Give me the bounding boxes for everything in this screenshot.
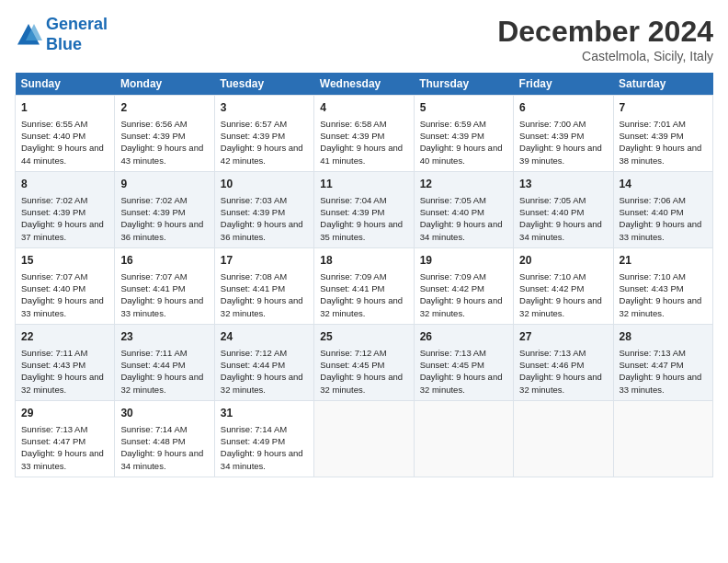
daylight-text: Daylight: 9 hours and 32 minutes. (420, 295, 503, 317)
daylight-text: Daylight: 9 hours and 32 minutes. (221, 372, 303, 394)
sunrise-text: Sunrise: 7:06 AM (620, 195, 686, 205)
day-number: 24 (221, 329, 308, 345)
day-number: 27 (519, 329, 607, 345)
sunset-text: Sunset: 4:42 PM (519, 283, 584, 293)
sunrise-text: Sunrise: 7:11 AM (21, 348, 87, 358)
day-number: 17 (221, 253, 308, 269)
calendar-cell: 29Sunrise: 7:13 AMSunset: 4:47 PMDayligh… (16, 400, 115, 477)
sunset-text: Sunset: 4:39 PM (519, 131, 584, 141)
sunset-text: Sunset: 4:40 PM (519, 207, 584, 217)
daylight-text: Daylight: 9 hours and 44 minutes. (21, 143, 104, 165)
sunset-text: Sunset: 4:39 PM (221, 207, 285, 217)
sunset-text: Sunset: 4:39 PM (120, 207, 185, 217)
sunset-text: Sunset: 4:44 PM (120, 360, 185, 370)
day-number: 19 (420, 253, 507, 269)
daylight-text: Daylight: 9 hours and 32 minutes. (120, 372, 203, 394)
calendar-cell: 18Sunrise: 7:09 AMSunset: 4:41 PMDayligh… (314, 247, 414, 324)
logo: General Blue (15, 15, 108, 54)
daylight-text: Daylight: 9 hours and 39 minutes. (519, 143, 602, 165)
day-number: 22 (21, 329, 108, 345)
day-number: 4 (320, 100, 407, 116)
sunset-text: Sunset: 4:40 PM (420, 207, 484, 217)
daylight-text: Daylight: 9 hours and 34 minutes. (120, 448, 203, 470)
sunrise-text: Sunrise: 6:59 AM (420, 119, 486, 129)
daylight-text: Daylight: 9 hours and 33 minutes. (21, 295, 104, 317)
calendar-cell: 7Sunrise: 7:01 AMSunset: 4:39 PMDaylight… (613, 96, 712, 172)
month-title: December 2024 (497, 15, 713, 49)
sunset-text: Sunset: 4:44 PM (221, 360, 285, 370)
daylight-text: Daylight: 9 hours and 32 minutes. (519, 295, 602, 317)
day-number: 25 (320, 329, 407, 345)
location: Castelmola, Sicily, Italy (497, 49, 713, 63)
calendar-cell: 22Sunrise: 7:11 AMSunset: 4:43 PMDayligh… (16, 324, 115, 400)
day-number: 14 (620, 177, 707, 192)
sunset-text: Sunset: 4:48 PM (120, 436, 185, 446)
day-number: 29 (21, 406, 108, 421)
daylight-text: Daylight: 9 hours and 32 minutes. (420, 372, 503, 394)
sunset-text: Sunset: 4:40 PM (620, 207, 684, 217)
calendar-cell: 5Sunrise: 6:59 AMSunset: 4:39 PMDaylight… (414, 96, 513, 172)
sunrise-text: Sunrise: 7:02 AM (120, 195, 187, 205)
day-number: 15 (21, 253, 108, 269)
daylight-text: Daylight: 9 hours and 37 minutes. (21, 219, 104, 241)
daylight-text: Daylight: 9 hours and 43 minutes. (120, 143, 203, 165)
calendar-cell: 11Sunrise: 7:04 AMSunset: 4:39 PMDayligh… (314, 171, 414, 247)
calendar-cell: 19Sunrise: 7:09 AMSunset: 4:42 PMDayligh… (414, 247, 513, 324)
sunset-text: Sunset: 4:41 PM (120, 283, 185, 293)
sunset-text: Sunset: 4:45 PM (420, 360, 484, 370)
sunset-text: Sunset: 4:42 PM (420, 283, 484, 293)
sunset-text: Sunset: 4:46 PM (519, 360, 584, 370)
calendar-cell: 31Sunrise: 7:14 AMSunset: 4:49 PMDayligh… (214, 400, 313, 477)
logo-line1: General (46, 15, 108, 33)
day-number: 31 (221, 406, 308, 421)
sunrise-text: Sunrise: 7:09 AM (420, 271, 486, 282)
day-number: 23 (120, 329, 208, 345)
calendar-cell: 17Sunrise: 7:08 AMSunset: 4:41 PMDayligh… (214, 247, 313, 324)
logo-line2: Blue (46, 35, 82, 53)
sunrise-text: Sunrise: 7:09 AM (320, 271, 386, 282)
calendar-cell (414, 400, 513, 477)
sunset-text: Sunset: 4:39 PM (21, 207, 85, 217)
daylight-text: Daylight: 9 hours and 32 minutes. (221, 295, 303, 317)
calendar-cell: 24Sunrise: 7:12 AMSunset: 4:44 PMDayligh… (214, 324, 313, 400)
calendar-cell: 3Sunrise: 6:57 AMSunset: 4:39 PMDaylight… (214, 96, 313, 172)
sunrise-text: Sunrise: 6:56 AM (120, 119, 187, 129)
sunrise-text: Sunrise: 7:07 AM (21, 271, 87, 282)
sunrise-text: Sunrise: 7:07 AM (120, 271, 187, 282)
calendar-cell (613, 400, 712, 477)
logo-text: General Blue (46, 15, 108, 54)
daylight-text: Daylight: 9 hours and 36 minutes. (120, 219, 203, 241)
calendar-cell (514, 400, 613, 477)
calendar-cell: 15Sunrise: 7:07 AMSunset: 4:40 PMDayligh… (16, 247, 115, 324)
calendar-cell: 10Sunrise: 7:03 AMSunset: 4:39 PMDayligh… (214, 171, 313, 247)
sunrise-text: Sunrise: 7:13 AM (620, 348, 686, 358)
page: General Blue December 2024 Castelmola, S… (0, 0, 728, 563)
day-number: 2 (120, 100, 208, 116)
weekday-header-sunday: Sunday (16, 73, 115, 96)
calendar-cell: 8Sunrise: 7:02 AMSunset: 4:39 PMDaylight… (16, 171, 115, 247)
daylight-text: Daylight: 9 hours and 32 minutes. (519, 372, 602, 394)
sunrise-text: Sunrise: 7:13 AM (21, 424, 87, 434)
day-number: 12 (420, 177, 507, 192)
calendar-cell: 1Sunrise: 6:55 AMSunset: 4:40 PMDaylight… (16, 96, 115, 172)
day-number: 28 (620, 329, 707, 345)
week-row-3: 15Sunrise: 7:07 AMSunset: 4:40 PMDayligh… (16, 247, 713, 324)
day-number: 3 (221, 100, 308, 116)
sunset-text: Sunset: 4:39 PM (320, 131, 384, 141)
calendar-cell: 12Sunrise: 7:05 AMSunset: 4:40 PMDayligh… (414, 171, 513, 247)
day-number: 26 (420, 329, 507, 345)
daylight-text: Daylight: 9 hours and 32 minutes. (320, 295, 403, 317)
day-number: 11 (320, 177, 407, 192)
sunrise-text: Sunrise: 7:12 AM (320, 348, 386, 358)
weekday-header-tuesday: Tuesday (214, 73, 313, 96)
sunset-text: Sunset: 4:47 PM (21, 436, 85, 446)
day-number: 18 (320, 253, 407, 269)
calendar-cell (314, 400, 414, 477)
day-number: 6 (519, 100, 607, 116)
daylight-text: Daylight: 9 hours and 33 minutes. (620, 219, 702, 241)
calendar-cell: 6Sunrise: 7:00 AMSunset: 4:39 PMDaylight… (514, 96, 613, 172)
title-block: December 2024 Castelmola, Sicily, Italy (497, 15, 713, 63)
calendar-cell: 21Sunrise: 7:10 AMSunset: 4:43 PMDayligh… (613, 247, 712, 324)
weekday-header-thursday: Thursday (414, 73, 513, 96)
day-number: 20 (519, 253, 607, 269)
